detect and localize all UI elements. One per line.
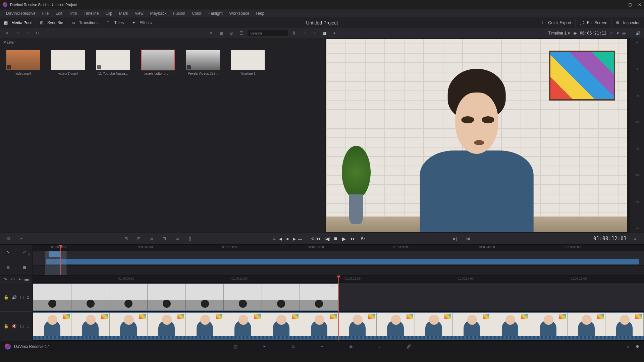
cut-page-button[interactable]: ✂ — [261, 344, 268, 350]
arrow-tool-b[interactable]: ⤢ — [23, 250, 26, 254]
fusion-page-button[interactable]: ✦ — [318, 344, 326, 350]
media-clip[interactable]: pexels-cottonbro-... — [141, 50, 175, 75]
media-clip[interactable]: Timeline 1 — [231, 50, 265, 75]
lock-icon[interactable]: 🔒 — [4, 324, 9, 328]
loop-icon[interactable]: ◎ — [622, 31, 626, 36]
timeline-tool-b[interactable]: ⊞ — [23, 265, 26, 270]
refresh-button[interactable]: ↻ — [34, 30, 41, 37]
media-pool-button[interactable]: ▦ Media Pool — [0, 19, 36, 26]
menu-color[interactable]: Color — [189, 10, 204, 16]
append-button[interactable]: ⊟ — [135, 235, 143, 243]
go-to-out-button[interactable]: |◀ — [464, 235, 472, 243]
project-settings-button[interactable]: ⚙ — [636, 344, 639, 349]
menu-edit[interactable]: Edit — [53, 10, 65, 16]
snap-tool[interactable]: ● — [18, 277, 21, 282]
place-on-top-button[interactable]: ▭ — [173, 235, 181, 243]
full-screen-button[interactable]: ⛶ Full Screen — [576, 19, 612, 26]
metadata-view-button[interactable]: ☰ — [237, 30, 245, 37]
effects-button[interactable]: ✦ Effects — [128, 19, 156, 26]
list-view-button[interactable]: ≡ — [207, 30, 215, 37]
menu-file[interactable]: File — [40, 10, 51, 16]
boring-detector-button[interactable]: ⧉ — [5, 235, 13, 243]
menu-workspace[interactable]: Workspace — [227, 10, 252, 16]
media-clip[interactable]: video(1).mp4 — [51, 50, 85, 75]
mute-icon[interactable]: 🔊 — [636, 31, 641, 36]
media-clip[interactable]: ♪11 Youtube Ausza... — [96, 50, 130, 75]
overview-track-2[interactable]: 2 — [33, 251, 644, 258]
viewer-mode-2[interactable]: ▭ — [311, 30, 318, 37]
viewer[interactable] — [326, 39, 627, 232]
import-menu-button[interactable]: ▾ — [3, 30, 11, 37]
viewer-mode-3[interactable]: ▦ — [321, 30, 328, 37]
search-input[interactable] — [248, 30, 288, 36]
close-up-button[interactable]: ⊡ — [160, 235, 168, 243]
play-button[interactable]: ▶ — [342, 236, 346, 242]
split-button[interactable]: ✂ — [17, 235, 25, 243]
match-frame-icon[interactable]: ◉ — [573, 31, 577, 36]
bypass-icon[interactable]: ▭ — [610, 31, 613, 36]
prev-edit-arrow[interactable]: ◂ — [279, 236, 282, 242]
home-button[interactable]: ⌂ — [627, 344, 629, 349]
menu-fairlight[interactable]: Fairlight — [206, 10, 225, 16]
thumb-view-button[interactable]: ▦ — [217, 30, 225, 37]
timeline-options-button[interactable]: ≡ — [631, 235, 639, 243]
quick-export-button[interactable]: ⇪ Quick Export — [537, 19, 576, 26]
overview-clip-v1[interactable] — [46, 259, 639, 264]
source-overwrite-button[interactable]: ▯ — [186, 235, 194, 243]
bin-button[interactable]: ▭ — [13, 30, 21, 37]
link-tool[interactable]: ▬ — [24, 277, 29, 282]
strip-view-button[interactable]: ⊟ — [227, 30, 235, 37]
flag-tool[interactable]: ▭ — [11, 277, 15, 282]
menu-view[interactable]: View — [132, 10, 146, 16]
clip-v2[interactable] — [33, 284, 338, 311]
overview-ruler[interactable]: 01:00:00:0001:00:45:0001:01:30:0001:02:1… — [33, 245, 644, 251]
arrow-tool-a[interactable]: ⤡ — [6, 250, 10, 254]
bin-path[interactable]: Master — [0, 38, 325, 46]
lock-icon[interactable]: 🔒 — [4, 295, 9, 300]
fairlight-page-button[interactable]: ♪ — [376, 344, 383, 350]
source-timecode[interactable]: 00:05:21:12 — [580, 31, 606, 36]
jog-dot[interactable]: ● — [286, 237, 288, 241]
prev-frame-button[interactable]: ◀ — [325, 236, 329, 242]
viewer-options[interactable]: ▾ — [331, 30, 338, 37]
menu-help[interactable]: Help — [253, 10, 267, 16]
inspector-button[interactable]: ⚙ Inspector — [612, 19, 644, 26]
timeline-playhead[interactable] — [338, 276, 339, 341]
track-header-v2[interactable]: 🔒 🔊 ▢ 2 — [0, 283, 33, 312]
timeline-tool-a[interactable]: ⊟ — [6, 265, 10, 270]
menu-fusion[interactable]: Fusion — [170, 10, 188, 16]
mute-icon[interactable]: 🔇 — [12, 324, 17, 328]
record-timecode[interactable]: 01:00:12:01 — [593, 236, 627, 242]
deliver-page-button[interactable]: 🚀 — [405, 344, 412, 350]
video-toggle-icon[interactable]: ▢ — [20, 295, 24, 300]
overview-track-1[interactable] — [33, 258, 644, 265]
first-frame-button[interactable]: ⏮ — [315, 236, 321, 242]
transitions-button[interactable]: ▭ Transitions — [67, 19, 103, 26]
menu-playback[interactable]: Playback — [147, 10, 169, 16]
menu-davinci[interactable]: DaVinci Resolve — [3, 10, 38, 16]
media-clip[interactable]: ♪Pexels Videos 279... — [186, 50, 220, 75]
go-to-in-button[interactable]: ▶| — [451, 235, 459, 243]
video-toggle-icon[interactable]: ▢ — [20, 324, 24, 328]
next-edit-arrow[interactable]: ▸ — [293, 236, 296, 242]
marker-tool[interactable]: ✎ — [4, 277, 7, 282]
titles-button[interactable]: T Titles — [103, 19, 128, 26]
safe-area-icon[interactable]: ▾ — [617, 31, 619, 36]
sort-button[interactable]: ⇅ — [290, 30, 298, 37]
smart-insert-button[interactable]: ⊞ — [122, 235, 130, 243]
edit-page-button[interactable]: ⧉ — [289, 344, 297, 350]
folder-button[interactable]: ▭ — [23, 30, 31, 37]
next-frame-button[interactable]: ⏭ — [351, 236, 356, 242]
menu-clip[interactable]: Clip — [103, 10, 115, 16]
color-page-button[interactable]: ◉ — [347, 344, 355, 350]
sync-bin-button[interactable]: ⊞ Sync Bin — [36, 19, 67, 26]
close-button[interactable]: ✕ — [638, 2, 641, 7]
minimize-button[interactable]: — — [618, 2, 622, 7]
menu-mark[interactable]: Mark — [116, 10, 131, 16]
loop-button[interactable]: ↻ — [361, 236, 365, 242]
media-clip[interactable]: ♪video.mp4 — [6, 50, 40, 75]
menu-trim[interactable]: Trim — [66, 10, 80, 16]
tools-button[interactable]: ≡ — [270, 235, 278, 243]
maximize-button[interactable]: ▢ — [628, 2, 632, 7]
viewer-mode-1[interactable]: ▭ — [301, 30, 308, 37]
